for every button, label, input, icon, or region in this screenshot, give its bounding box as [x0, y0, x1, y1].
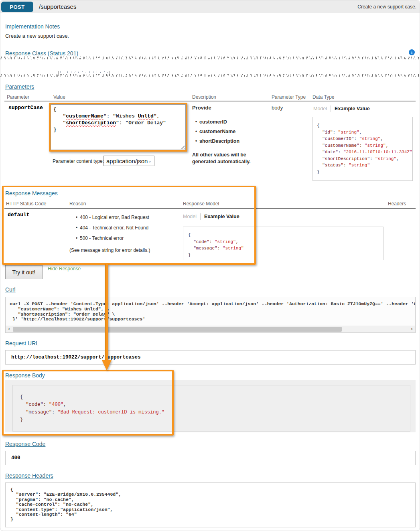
tab-separator — [200, 213, 201, 220]
request-url-heading[interactable]: Request URL — [5, 340, 39, 347]
data-type-tabs: Model Example Value — [313, 105, 370, 112]
col-headers: Headers — [388, 201, 406, 207]
parameter-value-editor-highlight: { "customerName": "Wishes Unltd", "short… — [49, 103, 187, 152]
tab-model[interactable]: Model — [313, 106, 327, 111]
implementation-notes-heading[interactable]: Implementation Notes — [5, 23, 60, 30]
table-rule — [4, 208, 416, 209]
col-http-status: HTTP Status Code — [6, 201, 47, 207]
response-code-heading[interactable]: Response Code — [5, 441, 45, 447]
col-data-type: Data Type — [312, 94, 334, 100]
horizontal-scrollbar[interactable]: ‹ › — [6, 326, 415, 332]
scroll-left-icon[interactable]: ‹ — [6, 326, 12, 332]
description-note: All other values will be generated autom… — [192, 152, 252, 165]
parameter-name: supportCase — [8, 105, 43, 111]
scrollbar-thumb[interactable] — [13, 327, 342, 332]
tab-model[interactable]: Model — [183, 214, 197, 219]
torn-edge-top — [0, 57, 420, 59]
parameter-value-textarea[interactable]: { "customerName": "Wishes Unltd", "short… — [51, 104, 186, 150]
response-body-json: { "code": "400", "message": "Bad Request… — [12, 385, 410, 432]
parameter-content-type-select[interactable]: application/json ⌄ — [103, 156, 154, 166]
curl-heading[interactable]: Curl — [5, 286, 16, 293]
reason-note: (See message string for error details.) — [69, 247, 150, 253]
col-parameter: Parameter — [7, 94, 29, 100]
col-reason: Reason — [69, 201, 86, 207]
http-method-badge[interactable]: POST — [1, 2, 33, 12]
tab-example-value[interactable]: Example Value — [204, 214, 239, 219]
reason-bullet-list: •400 - Logical error, Bad Request•404 - … — [74, 215, 149, 246]
response-headers-heading[interactable]: Response Headers — [5, 472, 53, 479]
request-url-value: http://localhost:19022/support/supportca… — [11, 355, 141, 360]
operation-panel: POST /supportcases Create a new support … — [0, 0, 420, 531]
parameters-heading[interactable]: Parameters — [5, 83, 34, 90]
response-class-heading[interactable]: Response Class (Status 201) — [5, 50, 78, 57]
try-it-out-button[interactable]: Try it out! — [5, 265, 43, 279]
response-status-cell: default — [8, 212, 30, 218]
endpoint-path[interactable]: /supportcases — [39, 3, 76, 10]
description-bullet-list: •customerID•customerName•shortDescriptio… — [194, 119, 239, 148]
tab-example-value[interactable]: Example Value — [335, 106, 370, 111]
curl-command-box: curl -X POST --header 'Content-Type: app… — [5, 297, 416, 333]
chevron-down-icon: ⌄ — [148, 158, 152, 164]
operation-header: POST /supportcases Create a new support … — [0, 0, 420, 13]
tab-separator — [331, 105, 331, 112]
torn-ui-fragment — [58, 71, 110, 76]
response-headers-json: { "server": "E2E-Bridge/2016.6.235446d",… — [5, 482, 416, 527]
response-code-value: 400 — [11, 455, 20, 461]
response-messages-heading[interactable]: Response Messages — [5, 190, 58, 197]
response-model-example-json: { "code": "string", "message": "string"} — [183, 227, 383, 260]
col-value: Value — [53, 94, 65, 100]
parameter-type-cell: body — [272, 105, 283, 111]
resize-grip-icon[interactable] — [181, 145, 185, 149]
scroll-right-icon[interactable]: › — [408, 326, 415, 332]
col-description: Description — [192, 94, 216, 100]
response-code-box: 400 — [5, 451, 416, 465]
content-type-value: application/json — [106, 158, 148, 164]
info-icon[interactable]: i — [409, 49, 415, 55]
hide-response-link[interactable]: Hide Response — [48, 266, 81, 272]
description-intro: Provide — [192, 105, 211, 111]
implementation-notes-text: Create a new support case. — [5, 33, 69, 39]
col-response-model: Response Model — [183, 201, 219, 207]
data-type-example-json: { "id": "string", "customerID": "string"… — [312, 117, 413, 181]
table-rule — [4, 101, 416, 101]
request-url-box: http://localhost:19022/support/supportca… — [5, 350, 416, 365]
response-body-heading[interactable]: Response Body — [5, 372, 45, 379]
content-type-label: Parameter content type: — [53, 158, 104, 164]
col-parameter-type: Parameter Type — [272, 94, 306, 100]
operation-summary: Create a new support case. — [357, 4, 416, 10]
response-model-tabs: Model Example Value — [183, 213, 239, 220]
